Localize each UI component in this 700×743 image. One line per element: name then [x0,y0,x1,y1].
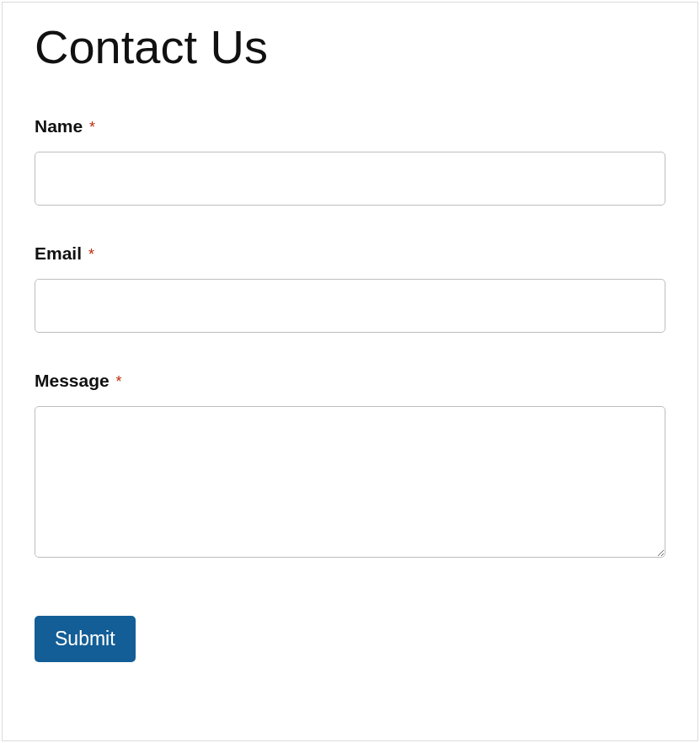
name-label: Name * [35,116,665,136]
email-input[interactable] [35,279,665,333]
email-label-text: Email [35,243,82,263]
message-label-text: Message [35,371,110,390]
name-field-group: Name * [35,116,665,206]
email-required-marker: * [88,246,94,263]
page-title: Contact Us [35,19,665,74]
name-input[interactable] [35,152,665,206]
contact-form-container: Contact Us Name * Email * Message * Subm… [2,2,698,741]
name-required-marker: * [89,119,95,136]
email-label: Email * [35,243,665,264]
message-input[interactable] [35,406,665,558]
message-label: Message * [35,371,665,391]
message-field-group: Message * [35,371,665,561]
name-label-text: Name [35,116,83,136]
message-required-marker: * [116,373,122,390]
contact-form: Name * Email * Message * Submit [35,116,665,662]
email-field-group: Email * [35,243,665,333]
submit-button[interactable]: Submit [35,616,136,662]
